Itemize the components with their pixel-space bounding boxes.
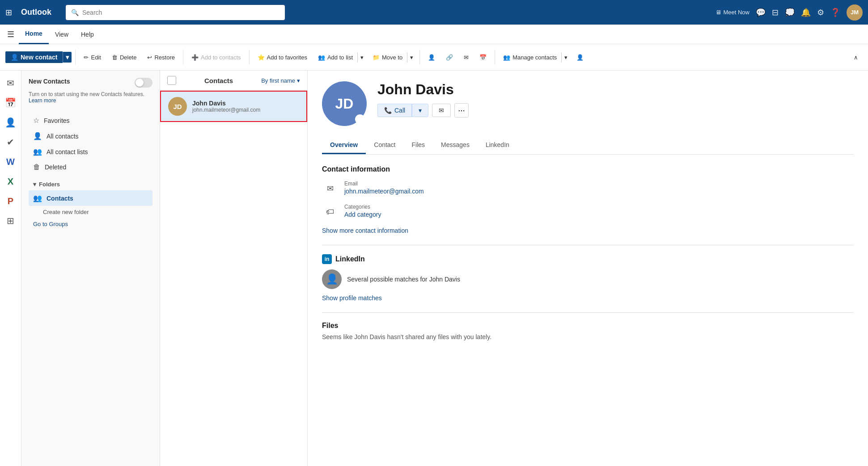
tab-help[interactable]: Help <box>75 25 100 44</box>
select-all-checkbox[interactable] <box>167 76 176 85</box>
contacts-list-title: Contacts <box>204 77 233 84</box>
edit-button[interactable]: ✏ Edit <box>79 52 105 63</box>
icon-btn-4[interactable]: 📅 <box>475 52 491 63</box>
icon-btn-5[interactable]: 👤 <box>572 52 588 63</box>
search-input[interactable] <box>82 9 279 16</box>
teams-icon[interactable]: 💬 <box>756 8 766 17</box>
sidebar-people-icon[interactable]: 👤 <box>2 113 20 131</box>
tab-contact[interactable]: Contact <box>366 137 403 154</box>
add-category-link[interactable]: Add category <box>344 211 381 218</box>
move-to-button[interactable]: 📁 Move to <box>368 52 407 63</box>
ribbon-actions: 👤 New contact ▾ ✏ Edit 🗑 Delete ↩ Restor… <box>0 44 868 70</box>
icon-btn-1[interactable]: 👤 <box>423 52 440 63</box>
tab-overview[interactable]: Overview <box>322 137 366 154</box>
files-desc: Seems like John Davis hasn't shared any … <box>322 333 854 340</box>
tab-home[interactable]: Home <box>19 25 49 44</box>
email-value[interactable]: john.mailmeteor@gmail.com <box>344 188 424 195</box>
sidebar-item-all-contact-lists[interactable]: 👥 All contact lists <box>29 144 152 160</box>
notifications-icon[interactable]: 🔔 <box>801 8 811 17</box>
email-action-button[interactable]: ✉ <box>432 104 451 117</box>
ribbon: ☰ Home View Help 👤 New contact ▾ ✏ Edit … <box>0 25 868 71</box>
tab-view[interactable]: View <box>49 25 75 44</box>
linkedin-match-row: 👤 Several possible matches for John Davi… <box>322 269 854 289</box>
settings-icon[interactable]: ⚙ <box>817 8 824 17</box>
hamburger-menu[interactable]: ☰ <box>7 29 14 39</box>
ribbon-tabs: ☰ Home View Help <box>0 25 868 44</box>
restore-button[interactable]: ↩ Restore <box>143 52 179 63</box>
learn-more-link[interactable]: Learn more <box>29 97 56 104</box>
show-more-contact-info-link[interactable]: Show more contact information <box>322 227 854 234</box>
search-box[interactable]: 🔍 <box>66 5 285 20</box>
tab-files[interactable]: Files <box>404 137 433 154</box>
manage-contacts-button[interactable]: 👥 Manage contacts <box>499 52 561 63</box>
add-to-favorites-button[interactable]: ⭐ Add to favorites <box>253 52 312 63</box>
separator-5 <box>495 50 495 65</box>
new-contacts-desc: Turn on to start using the new Contacts … <box>29 91 152 104</box>
contacts-folder-icon: 👥 <box>33 194 42 202</box>
detail-panel: JD John Davis 📞 Call ▾ ✉ <box>308 71 868 466</box>
icon-btn-2[interactable]: 🔗 <box>441 52 457 63</box>
list-icon: 👥 <box>318 54 325 61</box>
tab-messages[interactable]: Messages <box>433 137 478 154</box>
new-contact-button[interactable]: 👤 New contact <box>5 51 63 63</box>
nav-section: ☆ Favorites 👤 All contacts 👥 All contact… <box>29 113 152 175</box>
divider-1 <box>322 245 854 245</box>
email-info-row: ✉ Email john.mailmeteor@gmail.com <box>322 181 854 197</box>
sidebar-groups-icon[interactable]: ⊞ <box>2 212 20 230</box>
more-actions-button[interactable]: ··· <box>454 103 469 118</box>
ellipsis-icon: ··· <box>458 106 465 115</box>
extra-icon: 👤 <box>576 54 584 61</box>
add-to-contacts-button[interactable]: ➕ Add to contacts <box>187 52 246 63</box>
tab-linkedin[interactable]: LinkedIn <box>478 137 517 154</box>
sidebar-excel-icon[interactable]: X <box>2 172 20 190</box>
folders-section-header[interactable]: ▾ Folders <box>29 178 152 190</box>
grid-icon[interactable]: ⊞ <box>5 8 12 17</box>
linkedin-match-text: Several possible matches for John Davis <box>347 276 460 283</box>
new-contacts-toggle[interactable] <box>135 78 152 88</box>
feedback-icon[interactable]: 💭 <box>785 8 795 17</box>
email-info-icon: ✉ <box>322 181 338 197</box>
restore-icon: ↩ <box>147 54 152 61</box>
icon-sidebar: ✉ 📅 👤 ✔ W X P ⊞ <box>0 71 21 466</box>
go-to-groups-link[interactable]: Go to Groups <box>29 218 152 230</box>
email-info-content: Email john.mailmeteor@gmail.com <box>344 181 424 195</box>
separator-3 <box>249 50 250 65</box>
sidebar-tasks-icon[interactable]: ✔ <box>2 133 20 151</box>
new-contact-split-button: 👤 New contact ▾ <box>5 51 72 63</box>
sidebar-powerpoint-icon[interactable]: P <box>2 192 20 210</box>
move-to-dropdown[interactable]: ▾ <box>407 52 416 63</box>
show-profile-matches-link[interactable]: Show profile matches <box>322 294 854 302</box>
separator-2 <box>183 50 183 65</box>
add-to-list-button[interactable]: 👥 Add to list <box>313 52 357 63</box>
monitor-icon: 🖥 <box>716 9 721 16</box>
star-icon: ⭐ <box>258 54 265 61</box>
apps-icon[interactable]: ⊟ <box>772 8 779 17</box>
help-icon[interactable]: ❓ <box>830 8 840 17</box>
sidebar-mail-icon[interactable]: ✉ <box>2 74 20 92</box>
sidebar-item-favorites[interactable]: ☆ Favorites <box>29 113 152 128</box>
sidebar-calendar-icon[interactable]: 📅 <box>2 94 20 112</box>
user-avatar[interactable]: JM <box>847 4 863 21</box>
manage-contacts-dropdown[interactable]: ▾ <box>561 52 570 63</box>
call-button[interactable]: 📞 Call <box>377 104 412 117</box>
mail-action-icon: ✉ <box>439 107 444 114</box>
call-dropdown-button[interactable]: ▾ <box>412 104 428 117</box>
sidebar-word-icon[interactable]: W <box>2 153 20 171</box>
categories-label: Categories <box>344 204 381 210</box>
collapse-ribbon-button[interactable]: ∧ <box>849 52 863 63</box>
meet-now-button[interactable]: 🖥 Meet Now <box>716 9 749 16</box>
sidebar-item-all-contacts[interactable]: 👤 All contacts <box>29 128 152 144</box>
sort-button[interactable]: By first name ▾ <box>261 77 300 84</box>
contact-item-john-davis[interactable]: JD John Davis john.mailmeteor@gmail.com <box>160 91 307 122</box>
sidebar-item-deleted[interactable]: 🗑 Deleted <box>29 160 152 175</box>
delete-button[interactable]: 🗑 Delete <box>107 52 141 63</box>
chevron-down-icon: ▾ <box>33 181 36 188</box>
new-contact-dropdown-button[interactable]: ▾ <box>63 52 72 63</box>
files-section: Files Seems like John Davis hasn't share… <box>322 322 854 340</box>
create-new-folder-link[interactable]: Create new folder <box>29 206 152 218</box>
sidebar-item-contacts[interactable]: 👥 Contacts <box>29 190 152 206</box>
add-to-list-dropdown[interactable]: ▾ <box>357 52 366 63</box>
person-add-icon: 👤 <box>11 54 18 61</box>
app-logo: Outlook <box>21 8 51 17</box>
icon-btn-3[interactable]: ✉ <box>459 52 473 63</box>
